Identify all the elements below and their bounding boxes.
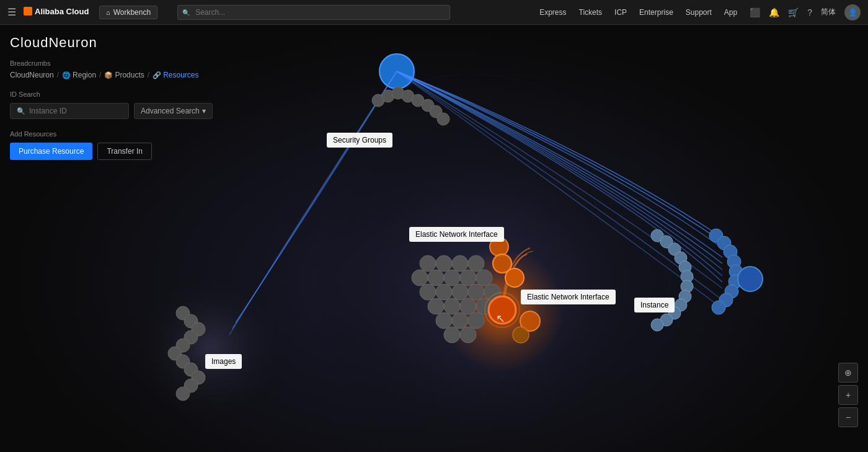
- region-icon: 🌐: [62, 71, 71, 79]
- nav-search-container: [177, 5, 450, 20]
- svg-point-14: [460, 270, 476, 286]
- svg-point-21: [428, 298, 444, 314]
- breadcrumbs-label: Breadcrumbs: [10, 60, 182, 67]
- transfer-in-button[interactable]: Transfer In: [97, 143, 152, 160]
- nav-tickets[interactable]: Tickets: [579, 8, 603, 17]
- svg-point-36: [513, 327, 529, 343]
- advanced-search-button[interactable]: Advanced Search ▾: [134, 103, 213, 119]
- add-resources-label: Add Resources: [10, 130, 182, 138]
- svg-point-56: [651, 319, 663, 331]
- svg-point-26: [452, 312, 468, 329]
- svg-point-44: [437, 113, 450, 125]
- cart-icon[interactable]: 🛒: [788, 7, 799, 17]
- svg-point-19: [468, 284, 484, 300]
- id-search-row: 🔍 Advanced Search ▾: [10, 103, 182, 119]
- svg-point-77: [176, 387, 190, 401]
- svg-rect-0: [24, 7, 32, 16]
- search-icon: 🔍: [17, 107, 25, 115]
- svg-point-12: [428, 270, 444, 286]
- id-search-input-wrapper: 🔍: [10, 103, 129, 119]
- monitor-icon[interactable]: ⬛: [750, 7, 760, 17]
- breadcrumb-products[interactable]: 📦 Products: [104, 71, 144, 79]
- menu-icon[interactable]: ☰: [7, 6, 16, 18]
- nav-support[interactable]: Support: [686, 8, 712, 17]
- svg-point-65: [712, 301, 725, 314]
- svg-point-23: [460, 298, 476, 314]
- locate-button[interactable]: ⊕: [838, 363, 858, 383]
- svg-point-32: [505, 268, 524, 287]
- svg-text:↖: ↖: [496, 312, 505, 325]
- breadcrumb-sep-1: /: [57, 71, 59, 79]
- nav-enterprise[interactable]: Enterprise: [639, 8, 673, 17]
- svg-point-3: [130, 267, 291, 428]
- logo: Alibaba Cloud: [24, 4, 92, 20]
- nav-app[interactable]: App: [724, 8, 737, 17]
- search-wrap: [177, 5, 450, 20]
- svg-point-13: [444, 270, 460, 286]
- question-icon[interactable]: ?: [807, 7, 812, 17]
- svg-point-29: [460, 327, 476, 343]
- svg-point-16: [420, 284, 436, 300]
- svg-point-7: [420, 255, 436, 272]
- id-search-label: ID Search: [10, 91, 182, 98]
- brand-title: CloudNeuron: [10, 35, 182, 51]
- breadcrumb-sep-3: /: [148, 71, 149, 79]
- add-resources-buttons: Purchase Resource Transfer In: [10, 143, 182, 160]
- top-navigation: ☰ Alibaba Cloud ⌂ Workbench Express Tick…: [0, 0, 868, 25]
- workbench-button[interactable]: ⌂ Workbench: [99, 6, 157, 19]
- breadcrumbs: CloudNeuron / 🌐 Region / 📦 Products / 🔗 …: [10, 71, 182, 79]
- zoom-in-button[interactable]: +: [838, 385, 858, 405]
- avatar[interactable]: 👤: [844, 4, 861, 20]
- purchase-resource-button[interactable]: Purchase Resource: [10, 143, 92, 160]
- chevron-down-icon: ▾: [202, 107, 206, 115]
- svg-point-15: [476, 270, 492, 286]
- svg-point-30: [490, 237, 508, 256]
- nav-express[interactable]: Express: [539, 8, 566, 17]
- nav-icp[interactable]: ICP: [614, 8, 627, 17]
- svg-point-10: [468, 255, 484, 272]
- svg-point-66: [738, 267, 763, 291]
- nav-right: Express Tickets ICP Enterprise Support A…: [539, 4, 861, 20]
- workbench-label: Workbench: [113, 8, 151, 17]
- alibaba-logo: Alibaba Cloud: [24, 4, 92, 20]
- svg-point-28: [444, 327, 460, 343]
- zoom-out-button[interactable]: −: [838, 407, 858, 427]
- svg-text:Alibaba Cloud: Alibaba Cloud: [35, 7, 89, 16]
- search-input[interactable]: [177, 5, 450, 20]
- svg-point-27: [468, 312, 484, 329]
- svg-point-18: [452, 284, 468, 300]
- nav-lang[interactable]: 简体: [821, 7, 836, 17]
- svg-point-17: [436, 284, 452, 300]
- svg-point-9: [452, 255, 468, 272]
- svg-point-25: [436, 312, 452, 329]
- nav-icons: ⬛ 🔔 🛒 ? 简体 👤: [750, 4, 861, 20]
- svg-point-22: [444, 298, 460, 314]
- instance-id-input[interactable]: [29, 107, 122, 115]
- breadcrumb-resources[interactable]: 🔗 Resources: [153, 71, 198, 79]
- breadcrumb-region[interactable]: 🌐 Region: [62, 71, 96, 79]
- zoom-out-icon: −: [846, 412, 851, 422]
- map-controls: ⊕ + −: [838, 363, 858, 427]
- resources-icon: 🔗: [153, 71, 161, 79]
- svg-point-11: [412, 270, 428, 286]
- bell-icon[interactable]: 🔔: [769, 7, 779, 17]
- svg-point-8: [436, 255, 452, 272]
- locate-icon: ⊕: [844, 368, 852, 378]
- breadcrumb-cloudneuron[interactable]: CloudNeuron: [10, 71, 54, 79]
- home-icon: ⌂: [106, 9, 110, 16]
- left-panel: CloudNeuron Breadcrumbs CloudNeuron / 🌐 …: [0, 25, 192, 170]
- zoom-in-icon: +: [846, 390, 851, 400]
- products-icon: 📦: [104, 71, 113, 79]
- breadcrumb-sep-2: /: [99, 71, 101, 79]
